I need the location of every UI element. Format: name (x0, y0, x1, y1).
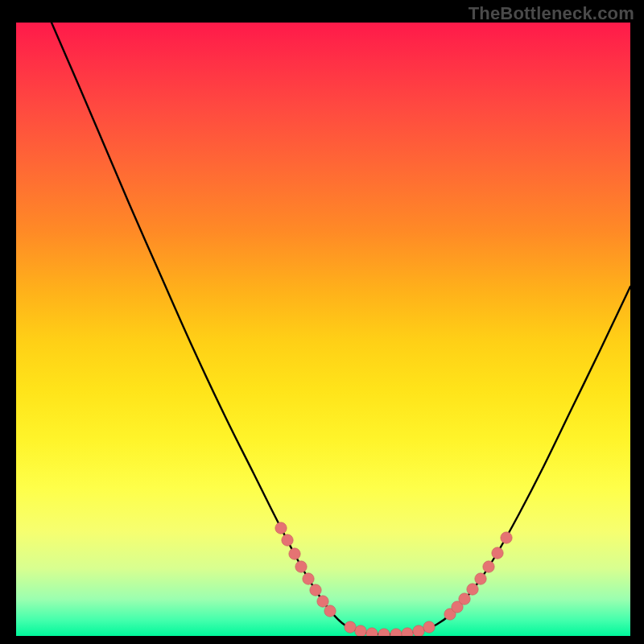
curve-markers (275, 522, 512, 636)
marker-dot (467, 584, 478, 595)
marker-dot (324, 605, 336, 617)
marker-dot (303, 573, 314, 584)
marker-dot (423, 621, 435, 633)
marker-dot (475, 573, 486, 584)
marker-dot (282, 535, 293, 546)
marker-dot (501, 532, 512, 543)
marker-dot (317, 596, 328, 607)
bottleneck-curve (52, 23, 630, 634)
marker-dot (310, 584, 321, 596)
marker-dot (275, 522, 287, 534)
marker-dot (402, 628, 413, 636)
marker-dot (390, 629, 402, 636)
marker-dot (366, 628, 378, 636)
curve-layer (16, 23, 630, 636)
marker-dot (459, 593, 470, 605)
marker-dot (492, 547, 503, 559)
marker-dot (345, 621, 356, 633)
chart-area (16, 23, 630, 636)
marker-dot (413, 625, 424, 636)
marker-dot (355, 625, 366, 636)
marker-dot (483, 561, 494, 572)
marker-dot (289, 548, 300, 559)
attribution-label: TheBottleneck.com (469, 3, 634, 24)
marker-dot (378, 629, 390, 636)
marker-dot (295, 561, 307, 572)
